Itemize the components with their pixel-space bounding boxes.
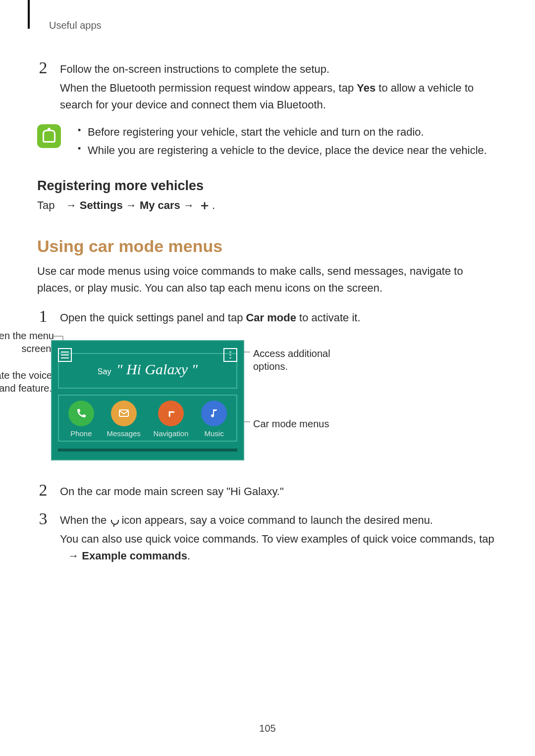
step-3-line-2: You can also use quick voice commands. T… — [60, 531, 494, 564]
menu-icon[interactable] — [58, 348, 72, 362]
step-number: 3 — [37, 510, 49, 564]
more-options-icon — [61, 551, 64, 560]
step-number: 2 — [37, 59, 49, 113]
step-3-line-1: When the icon appears, say a voice comma… — [60, 512, 494, 529]
svg-rect-5 — [119, 410, 128, 416]
bottom-bar — [58, 449, 237, 452]
car-mode-menu-row: Phone Messages Navigation — [58, 395, 237, 442]
menu-navigation[interactable]: Navigation — [154, 401, 189, 438]
callout-activate-voice: Activate the voice command feature. — [0, 369, 52, 395]
callout-access-options: Access additional options. — [253, 347, 352, 373]
note-bullet: Before registering your vehicle, start t… — [76, 123, 487, 141]
step-2b-body: On the car mode main screen say "Hi Gala… — [60, 481, 284, 500]
step-2-line-1: Follow the on-screen instructions to com… — [60, 61, 498, 78]
phone-icon — [68, 401, 94, 426]
navigation-icon — [158, 401, 184, 426]
using-paragraph: Use car mode menus using voice commands … — [37, 263, 498, 297]
heading-using-car-mode: Using car mode menus — [37, 237, 498, 256]
page-number: 105 — [259, 723, 275, 734]
step-1-body: Open the quick settings panel and tap Ca… — [60, 307, 361, 326]
music-icon — [201, 401, 227, 426]
menu-messages[interactable]: Messages — [107, 401, 141, 438]
menu-music[interactable]: Music — [201, 401, 227, 438]
more-options-icon — [59, 200, 62, 210]
tap-path: Tap → Settings → My cars → ＋. — [37, 198, 498, 215]
step-2-line-2: When the Bluetooth permission request wi… — [60, 80, 498, 113]
message-icon — [111, 401, 137, 426]
yes-label: Yes — [357, 82, 375, 94]
more-options-icon[interactable] — [223, 348, 237, 362]
note-bullet: While you are registering a vehicle to t… — [76, 142, 487, 159]
step-number: 1 — [37, 307, 49, 326]
car-mode-screen: Say " Hi Galaxy " Phone — [51, 340, 244, 460]
header-rule — [28, 0, 30, 29]
plus-icon: ＋ — [198, 197, 211, 214]
note-bell-icon — [37, 124, 61, 148]
step-number: 2 — [37, 481, 49, 500]
callout-carmode-menus: Car mode menus — [253, 417, 352, 430]
heading-registering: Registering more vehicles — [37, 178, 498, 194]
callout-open-menu: Open the menu screen. — [0, 329, 54, 355]
menu-phone[interactable]: Phone — [68, 401, 94, 438]
microphone-icon — [110, 515, 117, 525]
running-head: Useful apps — [49, 20, 498, 31]
